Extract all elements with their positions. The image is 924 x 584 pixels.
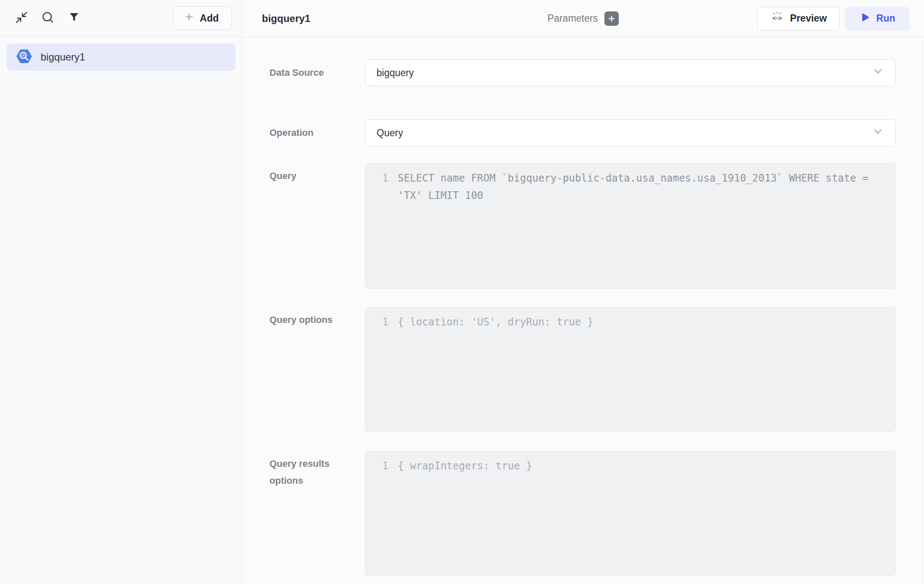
query-results-options-editor[interactable]: 1 { wrapIntegers: true }: [365, 451, 896, 576]
play-icon: [859, 12, 870, 25]
data-source-value: bigquery: [377, 67, 414, 79]
arrows-collapse-icon: [15, 11, 28, 26]
query-editor-main: bigquery1 Parameters: [242, 0, 924, 584]
add-query-button[interactable]: Add: [173, 6, 232, 30]
query-options-label: Query options: [270, 307, 365, 328]
filter-button[interactable]: [67, 11, 81, 25]
query-code-text: SELECT name FROM `bigquery-public-data.u…: [398, 170, 884, 204]
query-title: bigquery1: [262, 13, 311, 25]
query-list-item-bigquery1[interactable]: bigquery1: [7, 44, 235, 71]
search-button[interactable]: [41, 11, 55, 25]
add-parameter-button[interactable]: [605, 11, 619, 26]
line-number: 1: [376, 314, 388, 331]
operation-label: Operation: [270, 124, 365, 141]
query-label: Query: [270, 163, 365, 185]
filter-icon: [68, 11, 80, 25]
run-button[interactable]: Run: [845, 7, 910, 30]
line-number: 1: [376, 170, 388, 187]
data-source-row: Data Source bigquery: [270, 59, 896, 86]
eye-icon: [770, 11, 784, 27]
chevron-down-icon: [872, 125, 884, 140]
query-results-options-placeholder: { wrapIntegers: true }: [398, 457, 532, 475]
preview-button-label: Preview: [790, 13, 827, 24]
query-options-editor[interactable]: 1 { location: 'US', dryRun: true }: [365, 307, 896, 432]
plus-icon: [608, 14, 616, 23]
query-row: Query 1 SELECT name FROM `bigquery-publi…: [270, 163, 896, 289]
query-list: bigquery1: [0, 37, 242, 77]
operation-row: Operation Query: [270, 119, 896, 146]
data-source-label: Data Source: [270, 64, 365, 81]
operation-select[interactable]: Query: [365, 119, 896, 146]
scrollbar-track[interactable]: [922, 37, 924, 584]
line-number: 1: [376, 457, 388, 475]
query-code-editor[interactable]: 1 SELECT name FROM `bigquery-public-data…: [365, 163, 896, 289]
operation-value: Query: [377, 127, 403, 139]
parameters-group: Parameters: [547, 11, 619, 26]
sidebar-toolbar: Add: [0, 0, 242, 37]
collapse-panel-button[interactable]: [14, 11, 29, 25]
query-editor-header: bigquery1 Parameters: [242, 0, 924, 37]
plus-icon: [184, 11, 195, 25]
header-actions: Preview Run: [757, 7, 910, 30]
bigquery-logo-icon: [15, 47, 33, 68]
query-results-options-row: Query results options 1 { wrapIntegers: …: [270, 451, 896, 576]
query-panel-sidebar: Add bigquery1: [0, 0, 242, 584]
run-button-label: Run: [876, 13, 895, 24]
query-form: Data Source bigquery Operation Query: [242, 37, 924, 584]
chevron-down-icon: [872, 65, 884, 80]
add-button-label: Add: [200, 13, 219, 24]
search-icon: [41, 11, 55, 26]
query-options-placeholder: { location: 'US', dryRun: true }: [398, 314, 593, 331]
query-options-row: Query options 1 { location: 'US', dryRun…: [270, 307, 896, 432]
data-source-select[interactable]: bigquery: [365, 59, 896, 86]
query-item-label: bigquery1: [41, 51, 85, 63]
query-results-options-label: Query results options: [270, 451, 365, 489]
parameters-label: Parameters: [547, 13, 598, 24]
preview-button[interactable]: Preview: [757, 7, 840, 30]
